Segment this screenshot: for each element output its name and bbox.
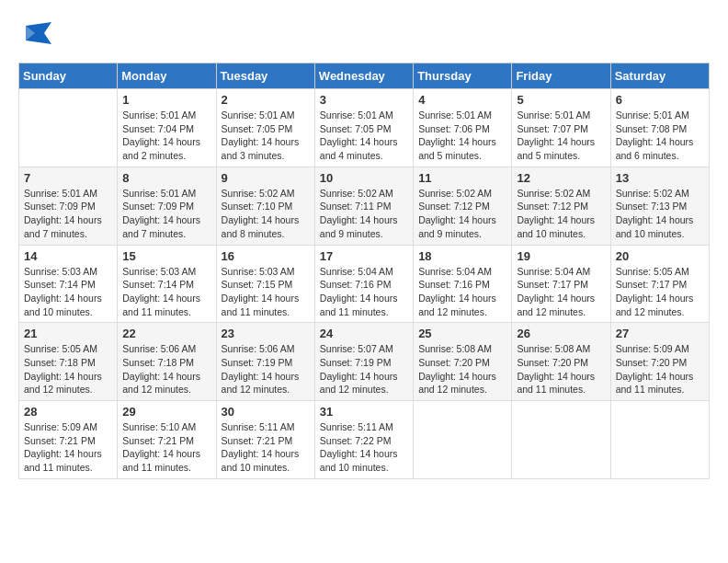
- day-info: Sunrise: 5:02 AM Sunset: 7:11 PM Dayligh…: [320, 187, 408, 241]
- day-info: Sunrise: 5:02 AM Sunset: 7:12 PM Dayligh…: [517, 187, 605, 241]
- calendar-cell: [414, 401, 512, 479]
- day-info: Sunrise: 5:08 AM Sunset: 7:20 PM Dayligh…: [517, 342, 605, 396]
- calendar-cell: 26Sunrise: 5:08 AM Sunset: 7:20 PM Dayli…: [512, 323, 610, 401]
- day-info: Sunrise: 5:01 AM Sunset: 7:09 PM Dayligh…: [24, 187, 112, 241]
- calendar-cell: [512, 401, 610, 479]
- day-number: 13: [616, 171, 704, 185]
- day-info: Sunrise: 5:02 AM Sunset: 7:13 PM Dayligh…: [616, 187, 704, 241]
- calendar-cell: 2Sunrise: 5:01 AM Sunset: 7:05 PM Daylig…: [216, 89, 314, 167]
- calendar-week-3: 14Sunrise: 5:03 AM Sunset: 7:14 PM Dayli…: [19, 245, 710, 323]
- day-header-thursday: Thursday: [414, 63, 512, 89]
- calendar-cell: 3Sunrise: 5:01 AM Sunset: 7:05 PM Daylig…: [314, 89, 413, 167]
- calendar-cell: 13Sunrise: 5:02 AM Sunset: 7:13 PM Dayli…: [610, 167, 709, 245]
- calendar-cell: 30Sunrise: 5:11 AM Sunset: 7:21 PM Dayli…: [216, 401, 314, 479]
- day-info: Sunrise: 5:02 AM Sunset: 7:12 PM Dayligh…: [418, 187, 506, 241]
- day-info: Sunrise: 5:09 AM Sunset: 7:20 PM Dayligh…: [616, 342, 704, 396]
- day-number: 16: [222, 249, 310, 263]
- day-number: 11: [418, 171, 506, 185]
- day-number: 9: [222, 171, 310, 185]
- day-number: 19: [517, 249, 605, 263]
- day-info: Sunrise: 5:07 AM Sunset: 7:19 PM Dayligh…: [320, 342, 408, 396]
- day-info: Sunrise: 5:04 AM Sunset: 7:16 PM Dayligh…: [418, 265, 506, 319]
- day-number: 29: [122, 405, 210, 419]
- day-number: 17: [320, 249, 408, 263]
- calendar-week-2: 7Sunrise: 5:01 AM Sunset: 7:09 PM Daylig…: [19, 167, 710, 245]
- calendar-cell: 12Sunrise: 5:02 AM Sunset: 7:12 PM Dayli…: [512, 167, 610, 245]
- calendar-cell: 11Sunrise: 5:02 AM Sunset: 7:12 PM Dayli…: [414, 167, 512, 245]
- day-number: 2: [222, 93, 310, 107]
- calendar-cell: 31Sunrise: 5:11 AM Sunset: 7:22 PM Dayli…: [314, 401, 413, 479]
- day-number: 3: [320, 93, 408, 107]
- day-header-friday: Friday: [512, 63, 610, 89]
- calendar-cell: 24Sunrise: 5:07 AM Sunset: 7:19 PM Dayli…: [314, 323, 413, 401]
- calendar-table: SundayMondayTuesdayWednesdayThursdayFrid…: [18, 63, 710, 479]
- calendar-cell: 16Sunrise: 5:03 AM Sunset: 7:15 PM Dayli…: [216, 245, 314, 323]
- day-number: 30: [222, 405, 310, 419]
- day-header-tuesday: Tuesday: [216, 63, 314, 89]
- day-number: 1: [122, 93, 210, 107]
- calendar-cell: 28Sunrise: 5:09 AM Sunset: 7:21 PM Dayli…: [19, 401, 118, 479]
- day-info: Sunrise: 5:01 AM Sunset: 7:08 PM Dayligh…: [616, 109, 704, 163]
- calendar-cell: 29Sunrise: 5:10 AM Sunset: 7:21 PM Dayli…: [118, 401, 216, 479]
- day-info: Sunrise: 5:06 AM Sunset: 7:18 PM Dayligh…: [122, 342, 210, 396]
- day-number: 8: [122, 171, 210, 185]
- day-info: Sunrise: 5:06 AM Sunset: 7:19 PM Dayligh…: [222, 342, 310, 396]
- calendar-cell: 20Sunrise: 5:05 AM Sunset: 7:17 PM Dayli…: [610, 245, 709, 323]
- page-header: [18, 18, 710, 53]
- calendar-cell: [610, 401, 709, 479]
- calendar-week-4: 21Sunrise: 5:05 AM Sunset: 7:18 PM Dayli…: [19, 323, 710, 401]
- day-number: 26: [517, 327, 605, 340]
- day-number: 10: [320, 171, 408, 185]
- day-number: 24: [320, 327, 408, 340]
- day-info: Sunrise: 5:10 AM Sunset: 7:21 PM Dayligh…: [122, 420, 210, 475]
- day-info: Sunrise: 5:03 AM Sunset: 7:14 PM Dayligh…: [24, 265, 112, 319]
- day-info: Sunrise: 5:01 AM Sunset: 7:04 PM Dayligh…: [122, 109, 210, 163]
- day-number: 23: [222, 327, 310, 340]
- day-info: Sunrise: 5:01 AM Sunset: 7:05 PM Dayligh…: [222, 109, 310, 163]
- day-number: 7: [24, 171, 112, 185]
- calendar-cell: 10Sunrise: 5:02 AM Sunset: 7:11 PM Dayli…: [314, 167, 413, 245]
- day-number: 4: [418, 93, 506, 107]
- day-info: Sunrise: 5:05 AM Sunset: 7:18 PM Dayligh…: [24, 342, 112, 396]
- day-info: Sunrise: 5:04 AM Sunset: 7:16 PM Dayligh…: [320, 265, 408, 319]
- day-info: Sunrise: 5:09 AM Sunset: 7:21 PM Dayligh…: [24, 420, 112, 475]
- day-info: Sunrise: 5:01 AM Sunset: 7:09 PM Dayligh…: [122, 187, 210, 241]
- calendar-cell: 8Sunrise: 5:01 AM Sunset: 7:09 PM Daylig…: [118, 167, 216, 245]
- calendar-cell: 25Sunrise: 5:08 AM Sunset: 7:20 PM Dayli…: [414, 323, 512, 401]
- calendar-cell: 9Sunrise: 5:02 AM Sunset: 7:10 PM Daylig…: [216, 167, 314, 245]
- calendar-cell: 7Sunrise: 5:01 AM Sunset: 7:09 PM Daylig…: [19, 167, 118, 245]
- calendar-cell: 18Sunrise: 5:04 AM Sunset: 7:16 PM Dayli…: [414, 245, 512, 323]
- calendar-cell: 4Sunrise: 5:01 AM Sunset: 7:06 PM Daylig…: [414, 89, 512, 167]
- calendar-cell: 14Sunrise: 5:03 AM Sunset: 7:14 PM Dayli…: [19, 245, 118, 323]
- day-number: 14: [24, 249, 112, 263]
- day-info: Sunrise: 5:01 AM Sunset: 7:07 PM Dayligh…: [517, 109, 605, 163]
- calendar-header-row: SundayMondayTuesdayWednesdayThursdayFrid…: [19, 63, 710, 89]
- day-number: 25: [418, 327, 506, 340]
- day-number: 12: [517, 171, 605, 185]
- day-number: 5: [517, 93, 605, 107]
- day-info: Sunrise: 5:05 AM Sunset: 7:17 PM Dayligh…: [616, 265, 704, 319]
- day-info: Sunrise: 5:11 AM Sunset: 7:21 PM Dayligh…: [222, 420, 310, 475]
- day-number: 15: [122, 249, 210, 263]
- day-number: 21: [24, 327, 112, 340]
- day-number: 27: [616, 327, 704, 340]
- day-info: Sunrise: 5:03 AM Sunset: 7:14 PM Dayligh…: [122, 265, 210, 319]
- calendar-cell: 15Sunrise: 5:03 AM Sunset: 7:14 PM Dayli…: [118, 245, 216, 323]
- day-number: 28: [24, 405, 112, 419]
- calendar-cell: 1Sunrise: 5:01 AM Sunset: 7:04 PM Daylig…: [118, 89, 216, 167]
- calendar-cell: 19Sunrise: 5:04 AM Sunset: 7:17 PM Dayli…: [512, 245, 610, 323]
- day-number: 18: [418, 249, 506, 263]
- calendar-cell: [19, 89, 118, 167]
- day-number: 22: [122, 327, 210, 340]
- day-number: 20: [616, 249, 704, 263]
- day-info: Sunrise: 5:08 AM Sunset: 7:20 PM Dayligh…: [418, 342, 506, 396]
- day-info: Sunrise: 5:01 AM Sunset: 7:06 PM Dayligh…: [418, 109, 506, 163]
- day-number: 6: [616, 93, 704, 107]
- day-number: 31: [320, 405, 408, 419]
- logo: [18, 18, 57, 53]
- day-header-saturday: Saturday: [610, 63, 709, 89]
- day-info: Sunrise: 5:04 AM Sunset: 7:17 PM Dayligh…: [517, 265, 605, 319]
- calendar-cell: 23Sunrise: 5:06 AM Sunset: 7:19 PM Dayli…: [216, 323, 314, 401]
- logo-icon: [18, 18, 53, 53]
- calendar-week-5: 28Sunrise: 5:09 AM Sunset: 7:21 PM Dayli…: [19, 401, 710, 479]
